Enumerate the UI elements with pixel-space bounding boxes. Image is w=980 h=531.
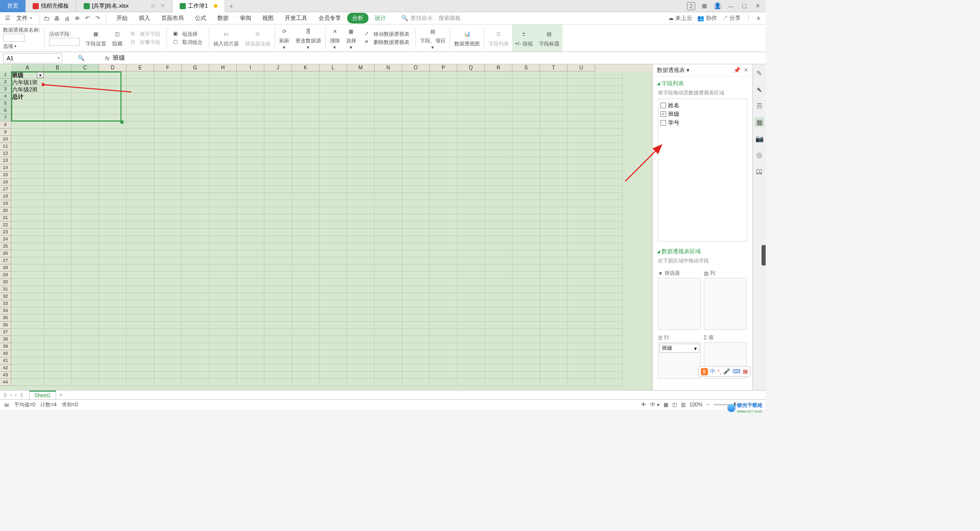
ime-keyboard-icon[interactable]: ⌨ (732, 368, 741, 375)
group-select-button[interactable]: ▣组选择 (171, 30, 200, 38)
row-header-35[interactable]: 35 (0, 315, 11, 322)
row-area[interactable]: 班级▾ (658, 342, 701, 379)
col-header-I[interactable]: I (237, 64, 264, 71)
row-header-12[interactable]: 12 (0, 150, 11, 157)
row-header-19[interactable]: 19 (0, 200, 11, 207)
insert-slicer-button[interactable]: ▭插入切片器 (210, 25, 242, 52)
row-header-31[interactable]: 31 (0, 286, 11, 293)
view-normal-icon[interactable]: ▦ (664, 402, 668, 407)
fields-items-button[interactable]: ▤字段、项目▾ (417, 25, 449, 52)
tab-view[interactable]: 视图 (257, 13, 279, 23)
row-header-24[interactable]: 24 (0, 236, 11, 243)
row-header-4[interactable]: 4 (0, 93, 11, 100)
maximize-icon[interactable]: ▢ (740, 2, 748, 10)
close-tab-icon[interactable]: ✕ (160, 3, 165, 9)
filter-area[interactable] (658, 278, 701, 330)
col-header-Q[interactable]: Q (457, 64, 485, 71)
row-header-44[interactable]: 44 (0, 379, 11, 386)
tab-formula[interactable]: 公式 (190, 13, 211, 23)
row-header-42[interactable]: 42 (0, 365, 11, 372)
zoom-level[interactable]: 100% (690, 402, 703, 407)
side-location-icon[interactable]: ◎ (755, 150, 764, 159)
options-button[interactable]: 选项 (3, 43, 16, 50)
sheet-first-icon[interactable]: |‹ (4, 392, 7, 398)
row-header-21[interactable]: 21 (0, 214, 11, 222)
row-header-11[interactable]: 11 (0, 143, 11, 150)
ime-punct-icon[interactable]: °, (718, 369, 721, 375)
tab-home[interactable]: 首页 (0, 0, 26, 12)
pivot-name-input[interactable] (3, 34, 24, 42)
row-header-34[interactable]: 34 (0, 307, 11, 315)
field-item-2[interactable]: 学号 (660, 118, 745, 127)
col-header-C[interactable]: C (71, 64, 99, 71)
row-header-8[interactable]: 8 (0, 122, 11, 129)
side-camera-icon[interactable]: 📷 (755, 134, 764, 143)
row-header-43[interactable]: 43 (0, 372, 11, 379)
row-header-36[interactable]: 36 (0, 322, 11, 329)
row-headers[interactable]: 1234567891011121314151617181920212223242… (0, 71, 11, 386)
row-header-33[interactable]: 33 (0, 300, 11, 307)
ime-toolbar[interactable]: S 中 °, 🎤 ⌨ ▦ (698, 366, 750, 377)
hide-button[interactable]: ◫隐藏 (109, 25, 126, 52)
row-header-32[interactable]: 32 (0, 293, 11, 300)
col-header-S[interactable]: S (512, 64, 540, 71)
col-header-G[interactable]: G (182, 64, 209, 71)
undo-icon[interactable]: ↶ (83, 14, 92, 23)
row-header-9[interactable]: 9 (0, 129, 11, 136)
row-header-23[interactable]: 23 (0, 229, 11, 236)
row-header-15[interactable]: 15 (0, 172, 11, 179)
side-collapse-handle[interactable] (762, 245, 766, 266)
row-header-3[interactable]: 3 (0, 86, 11, 93)
column-headers[interactable]: ABCDEFGHIJKLMNOPQRSTU (11, 64, 652, 71)
field-item-0[interactable]: 姓名 (660, 101, 745, 110)
col-header-H[interactable]: H (209, 64, 237, 71)
pm-button[interactable]: ±+/- 按钮 (512, 25, 536, 52)
side-book-icon[interactable]: 🕮 (755, 166, 764, 176)
move-pivot-button[interactable]: ⤢移动数据透视表 (362, 30, 411, 38)
grid-cells[interactable]: 班级 ▼ 六年级1班 六年级2班 总计 (11, 71, 652, 390)
more-icon[interactable]: ⋮ (746, 15, 751, 21)
cell-a4[interactable]: 总计 (11, 93, 44, 100)
row-header-14[interactable]: 14 (0, 164, 11, 172)
active-field-input[interactable] (49, 38, 80, 46)
col-header-E[interactable]: E (127, 64, 154, 71)
tab-member[interactable]: 会员专享 (313, 13, 346, 23)
side-pivot-icon[interactable]: ▦ (755, 117, 764, 127)
field-settings-button[interactable]: ▦字段设置 (83, 25, 109, 52)
row-header-37[interactable]: 37 (0, 329, 11, 336)
tab-shared-file[interactable]: [共享]姓名.xlsx⟳✕ (77, 0, 173, 12)
ime-lang[interactable]: 中 (710, 368, 716, 375)
col-header-O[interactable]: O (402, 64, 430, 71)
row-header-16[interactable]: 16 (0, 179, 11, 186)
col-header-A[interactable]: A (11, 64, 44, 71)
row-header-26[interactable]: 26 (0, 250, 11, 257)
selection-handle[interactable] (120, 120, 124, 124)
row-header-6[interactable]: 6 (0, 107, 11, 114)
tab-insert[interactable]: 插入 (134, 13, 155, 23)
field-headers-button[interactable]: ▤字段标题 (536, 25, 562, 52)
row-header-30[interactable]: 30 (0, 279, 11, 286)
col-header-K[interactable]: K (292, 64, 320, 71)
share-button[interactable]: ↗ 分享 (722, 14, 741, 22)
row-header-29[interactable]: 29 (0, 272, 11, 279)
row-area-item[interactable]: 班级▾ (659, 344, 699, 353)
row-header-18[interactable]: 18 (0, 193, 11, 200)
tab-template[interactable]: 找稻壳模板 (26, 0, 77, 12)
col-header-B[interactable]: B (44, 64, 71, 71)
row-header-2[interactable]: 2 (0, 79, 11, 86)
change-source-button[interactable]: 🗄更改数据源▾ (292, 25, 324, 52)
col-header-L[interactable]: L (320, 64, 347, 71)
redo-icon[interactable]: ↷ (93, 14, 103, 23)
row-header-38[interactable]: 38 (0, 336, 11, 343)
apps-icon[interactable]: ▦ (700, 2, 708, 10)
clear-button[interactable]: ✕清除▾ (327, 25, 343, 52)
tab-analysis[interactable]: 分析 (347, 13, 369, 23)
col-header-N[interactable]: N (375, 64, 402, 71)
delete-pivot-button[interactable]: ✕删除数据透视表 (362, 38, 411, 46)
column-area[interactable] (704, 278, 747, 330)
tab-start[interactable]: 开始 (111, 13, 133, 23)
cell-reference-input[interactable]: A1 (3, 53, 62, 63)
cell-a3[interactable]: 六年级2班 (11, 86, 44, 93)
col-header-T[interactable]: T (540, 64, 568, 71)
col-header-M[interactable]: M (347, 64, 375, 71)
